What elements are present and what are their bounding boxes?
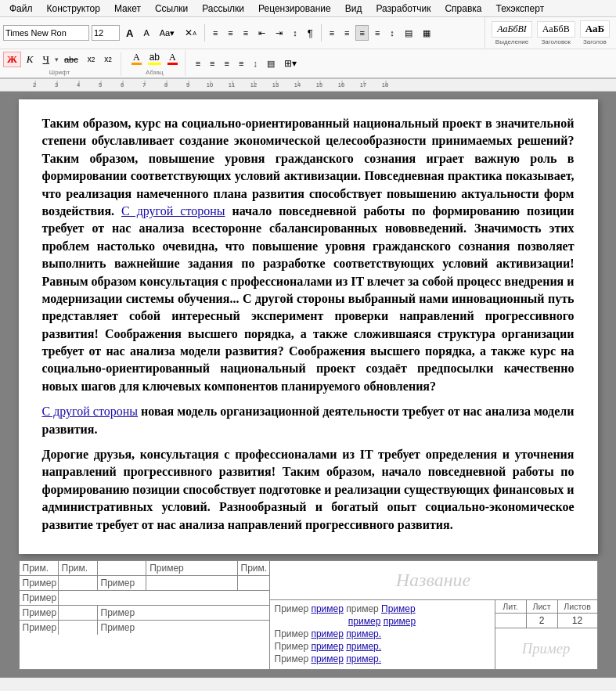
italic-button[interactable]: К [23, 52, 38, 67]
clear-formatting-button[interactable]: ✕A [181, 25, 200, 41]
tb-cell [238, 576, 269, 590]
style-normal-preview[interactable]: АаБбВ [537, 21, 575, 38]
document-page[interactable]: Таким образом, курс на социально-ориенти… [19, 99, 598, 554]
font-color-button[interactable]: A [165, 51, 180, 67]
align-right-button[interactable]: ≡ [355, 25, 368, 41]
tb-cell: Пример [98, 621, 269, 635]
ruler-mark: 14 [286, 81, 308, 88]
shading-button[interactable]: ▤ [401, 25, 416, 41]
tb-cell: Пример [98, 606, 269, 620]
link-s-drugoy-storony-2[interactable]: С другой стороны [42, 405, 139, 418]
style-label1: Выделение [495, 38, 528, 45]
ruler-mark: 3 [45, 81, 67, 88]
justify-button[interactable]: ≡ [371, 25, 384, 41]
link-s-drugoy-storony-1[interactable]: С другой стороны [121, 204, 225, 218]
underline-button[interactable]: Ч [39, 52, 53, 67]
lit-value [495, 614, 527, 628]
paragraph-section-label: Абзац [146, 69, 163, 76]
style-label2: Заголовок [541, 38, 571, 45]
ruler-mark: 15 [308, 81, 330, 88]
ruler-mark: 13 [265, 81, 286, 88]
change-case-button[interactable]: Aa▾ [156, 25, 178, 41]
title-name: Название [270, 561, 597, 600]
document-text: Таким образом, курс на социально-ориенти… [42, 115, 575, 542]
increase-indent-button[interactable]: ⇥ [272, 25, 286, 41]
ruler-mark: 12 [243, 81, 265, 88]
ruler-mark: 2 [23, 81, 45, 88]
align-center-button[interactable]: ≡ [340, 25, 353, 41]
font-shrink-button[interactable]: A [139, 25, 153, 41]
tb-cell [98, 561, 147, 575]
align-center-btn2[interactable]: ≡ [206, 56, 218, 71]
borders-btn2[interactable]: ⊞▾ [280, 56, 301, 71]
ruler-mark: 8 [155, 81, 177, 88]
menu-developer[interactable]: Разработчик [369, 2, 437, 16]
ruler-mark: 4 [67, 81, 89, 88]
line-spacing-button[interactable]: ↕ [386, 25, 398, 41]
numbering-button[interactable]: ≡ [224, 25, 236, 41]
strikethrough-button[interactable]: abc [60, 52, 82, 67]
borders-button[interactable]: ▦ [419, 25, 434, 41]
text-effects-button[interactable]: A [129, 51, 144, 67]
decrease-indent-button[interactable]: ⇤ [254, 25, 269, 41]
ruler-mark: 9 [177, 81, 199, 88]
align-right-btn2[interactable]: ≡ [221, 56, 233, 71]
tb-cell [59, 591, 269, 605]
shading-btn2[interactable]: ▤ [263, 56, 279, 71]
tb-cell: Пример [20, 591, 59, 605]
ribbon: A A Aa▾ ✕A ≡ ≡ ≡ ⇤ ⇥ ↕ ¶ ≡ ≡ ≡ ≡ ↕ ▤ ▦ [0, 17, 616, 79]
multilevel-button[interactable]: ≡ [240, 25, 252, 41]
menu-help[interactable]: Справка [438, 2, 488, 16]
menu-layout[interactable]: Макет [108, 2, 147, 16]
ruler-mark: 10 [199, 81, 221, 88]
font-grow-button[interactable]: A [122, 25, 137, 41]
style-heading-preview[interactable]: АаБ [580, 20, 610, 38]
superscript-button[interactable]: x2 [100, 52, 116, 67]
desc-row-3: Пример пример пример. [275, 628, 490, 639]
subscript-button[interactable]: x2 [84, 52, 99, 67]
show-formatting-button[interactable]: ¶ [304, 25, 317, 41]
menu-bar: Файл Конструктор Макет Ссылки Рассылки Р… [0, 0, 616, 17]
paragraph-1: Таким образом, курс на социально-ориенти… [42, 115, 575, 395]
page-container: Таким образом, курс на социально-ориенти… [0, 92, 616, 678]
font-size-input[interactable] [92, 25, 120, 41]
tb-cell: Пример [20, 621, 59, 635]
sort-button[interactable]: ↕ [289, 25, 301, 41]
menu-constructor[interactable]: Конструктор [41, 2, 106, 16]
tb-cell: Прим. [59, 561, 98, 575]
listov-header: Листов [558, 600, 597, 613]
title-desc-area: Пример пример пример Пример пример приме… [270, 600, 495, 669]
menu-mailings[interactable]: Рассылки [196, 2, 250, 16]
list-header: Лист [527, 600, 558, 613]
align-justify-btn2[interactable]: ≡ [235, 56, 247, 71]
tb-cell [146, 576, 237, 590]
ruler-mark: 5 [89, 81, 111, 88]
menu-references[interactable]: Ссылки [149, 2, 194, 16]
menu-review[interactable]: Рецензирование [252, 2, 337, 16]
tb-cell: Прим. [20, 561, 59, 575]
style-label3: Заголов [583, 38, 607, 45]
bold-button[interactable]: Ж [3, 52, 21, 67]
desc-row-4: Пример пример пример. [275, 641, 490, 652]
tb-cell: Пример [98, 576, 147, 590]
font-name-input[interactable] [3, 25, 89, 41]
align-left-btn2[interactable]: ≡ [192, 56, 204, 71]
listov-value: 12 [558, 614, 597, 628]
tb-cell [59, 606, 98, 620]
paragraph-3: Дорогие друзья, консультация с профессио… [42, 446, 575, 534]
line-spacing-btn2[interactable]: ↨ [249, 56, 261, 71]
lit-header: Лит. [495, 600, 527, 613]
align-left-button[interactable]: ≡ [326, 25, 338, 41]
menu-file[interactable]: Файл [3, 2, 39, 16]
desc-row-2: пример пример [275, 616, 490, 627]
menu-techexpert[interactable]: Техэксперт [489, 2, 550, 16]
menu-view[interactable]: Вид [339, 2, 369, 16]
tb-cell [59, 576, 98, 590]
desc-row-1: Пример пример пример Пример [275, 603, 490, 614]
style-italic-preview[interactable]: АаБбВI [492, 21, 532, 38]
bullets-button[interactable]: ≡ [209, 25, 222, 41]
desc-row-5: Пример пример пример. [275, 653, 490, 664]
highlight-button[interactable]: ab [146, 51, 164, 67]
title-block-right: Название Пример пример пример Пример при… [270, 561, 597, 669]
list-value: 2 [527, 614, 558, 628]
